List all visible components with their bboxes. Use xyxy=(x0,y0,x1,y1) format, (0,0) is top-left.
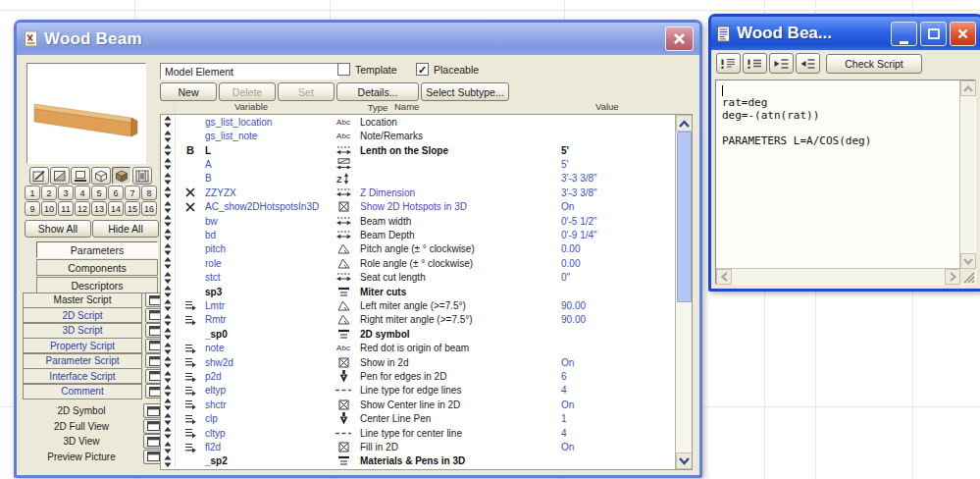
value-number-button[interactable]: 16 xyxy=(141,201,157,216)
tab-parameters[interactable]: Parameters xyxy=(36,241,158,258)
indent-left-icon[interactable] xyxy=(796,53,820,74)
row-drag-handle-icon[interactable] xyxy=(161,426,176,440)
script-button-parameter-script[interactable]: Parameter Script xyxy=(23,353,142,369)
value-number-button[interactable]: 13 xyxy=(91,201,107,216)
row-drag-handle-icon[interactable] xyxy=(161,143,176,157)
value-number-button[interactable]: 14 xyxy=(108,201,124,216)
table-row[interactable]: LmtrLeft miter angle (>=7.5°)90.00 xyxy=(161,298,676,312)
tab-components[interactable]: Components xyxy=(36,259,158,276)
script-button-property-script[interactable]: Property Script xyxy=(23,338,142,353)
row-drag-handle-icon[interactable] xyxy=(161,355,176,369)
table-row[interactable]: BZ3'-3 3/8" xyxy=(161,172,676,186)
table-row[interactable]: ZZYZXZ Dimension3'-3 3/8" xyxy=(161,186,676,199)
template-checkbox[interactable] xyxy=(337,63,350,76)
value-number-button[interactable]: 3 xyxy=(58,186,74,200)
set-button[interactable]: Set xyxy=(278,82,335,101)
table-row[interactable]: bwBeam width0'-5 1/2" xyxy=(161,214,676,228)
row-drag-handle-icon[interactable] xyxy=(161,115,176,129)
front-view-icon[interactable] xyxy=(71,167,90,185)
row-drag-handle-icon[interactable] xyxy=(161,342,176,355)
script-button-comment[interactable]: Comment xyxy=(23,384,142,399)
table-row[interactable]: fl2dFill in 2DOn xyxy=(161,440,676,453)
indent-right-icon[interactable] xyxy=(769,53,794,74)
script-horizontal-scrollbar[interactable] xyxy=(716,268,960,284)
resize-grip[interactable] xyxy=(960,269,975,284)
maximize-icon[interactable] xyxy=(920,22,947,46)
row-drag-handle-icon[interactable] xyxy=(161,298,176,312)
script-vertical-scrollbar[interactable] xyxy=(959,80,975,269)
view-label-preview-picture[interactable]: Preview Picture xyxy=(23,452,140,462)
table-row[interactable]: shw2dShow in 2dOn xyxy=(161,355,676,369)
scroll-up-icon[interactable] xyxy=(960,80,976,96)
close-icon[interactable] xyxy=(665,27,694,51)
scroll-left-icon[interactable] xyxy=(716,269,732,285)
table-scrollbar[interactable] xyxy=(675,115,692,469)
row-drag-handle-icon[interactable] xyxy=(161,214,176,228)
show-all-button[interactable]: Show All xyxy=(25,220,91,238)
script-titlebar[interactable]: Wood Bea... xyxy=(711,17,980,50)
scroll-down-icon[interactable] xyxy=(676,452,693,469)
placeable-checkbox[interactable]: ✓ xyxy=(416,63,429,76)
table-row[interactable]: _sp2Materials & Pens in 3D xyxy=(161,454,676,468)
table-row[interactable]: bdBeam Depth0'-9 1/4" xyxy=(161,228,676,241)
table-row[interactable]: BLLenth on the Slope5' xyxy=(161,143,676,157)
table-row[interactable]: roleRole angle (± ° clockwise)0.00 xyxy=(161,256,676,270)
row-drag-handle-icon[interactable] xyxy=(161,172,176,186)
symbol-2d-icon[interactable] xyxy=(29,167,49,185)
script-code-area[interactable]: rat=degdeg=-(atn(rat)) PARAMETERS L=A/CO… xyxy=(715,80,976,285)
script-button-interface-script[interactable]: Interface Script xyxy=(23,368,142,384)
new-button[interactable]: New xyxy=(160,82,217,101)
view-label-2d-symbol[interactable]: 2D Symbol xyxy=(23,405,140,416)
view-label-3d-view[interactable]: 3D View xyxy=(23,436,140,447)
value-number-button[interactable]: 9 xyxy=(25,201,40,216)
value-number-button[interactable]: 10 xyxy=(41,201,57,216)
script-code-text[interactable]: rat=degdeg=-(atn(rat)) PARAMETERS L=A/CO… xyxy=(716,80,960,269)
table-row[interactable]: clpCenter Line Pen1 xyxy=(161,412,676,426)
table-row[interactable]: RmtrRight miter angle (>=7.5°)90.00 xyxy=(161,313,676,327)
table-row[interactable]: p2dPen for edges in 2D6 xyxy=(161,369,676,383)
close-icon[interactable] xyxy=(950,22,976,46)
row-drag-handle-icon[interactable] xyxy=(161,454,176,468)
check-all-scripts-icon[interactable] xyxy=(716,53,741,74)
table-row[interactable]: pitchPitch angle (± ° clockwise)0.00 xyxy=(161,242,676,256)
row-drag-handle-icon[interactable] xyxy=(161,157,176,171)
row-drag-handle-icon[interactable] xyxy=(161,228,176,241)
value-number-button[interactable]: 4 xyxy=(75,186,90,200)
row-drag-handle-icon[interactable] xyxy=(161,440,176,453)
table-row[interactable]: gs_list_noteAbcNote/Remarks xyxy=(161,129,676,142)
row-drag-handle-icon[interactable] xyxy=(161,412,176,426)
value-number-button[interactable]: 6 xyxy=(108,186,124,200)
table-row[interactable]: sp3Miter cuts xyxy=(161,285,676,298)
row-drag-handle-icon[interactable] xyxy=(161,199,176,213)
wireframe-3d-icon[interactable] xyxy=(91,167,111,185)
row-drag-handle-icon[interactable] xyxy=(161,398,176,411)
scrollbar-thumb[interactable] xyxy=(677,132,692,302)
main-titlebar[interactable]: Wood Beam xyxy=(17,23,699,55)
scroll-right-icon[interactable] xyxy=(945,269,960,285)
row-drag-handle-icon[interactable] xyxy=(161,384,176,398)
row-drag-handle-icon[interactable] xyxy=(161,242,176,256)
value-number-button[interactable]: 11 xyxy=(58,201,74,216)
script-button-3d-script[interactable]: 3D Script xyxy=(23,323,142,339)
view-label-2d-full-view[interactable]: 2D Full View xyxy=(23,421,140,432)
check-current-script-icon[interactable] xyxy=(743,53,767,74)
row-drag-handle-icon[interactable] xyxy=(161,129,176,142)
value-number-button[interactable]: 12 xyxy=(75,201,90,216)
table-row[interactable]: _sp02D symbol xyxy=(161,327,676,341)
scroll-down-icon[interactable] xyxy=(960,253,976,269)
value-number-button[interactable]: 1 xyxy=(25,186,40,200)
row-drag-handle-icon[interactable] xyxy=(161,256,176,270)
preview-picture-icon[interactable] xyxy=(132,167,152,185)
value-number-button[interactable]: 7 xyxy=(125,186,140,200)
scroll-up-icon[interactable] xyxy=(676,115,693,132)
table-row[interactable]: shctrShow Center line in 2DOn xyxy=(161,398,676,411)
table-row[interactable]: gs_list_locationAbcLocation xyxy=(161,115,676,129)
table-row[interactable]: stctSeat cut length0" xyxy=(161,270,676,284)
row-drag-handle-icon[interactable] xyxy=(161,327,176,341)
row-drag-handle-icon[interactable] xyxy=(161,285,176,298)
shaded-3d-icon[interactable] xyxy=(112,167,131,185)
table-row[interactable]: cltypLine type for center line4 xyxy=(161,426,676,440)
script-button-master-script[interactable]: Master Script xyxy=(23,293,142,308)
table-row[interactable]: noteAbcRed dot is origin of beam xyxy=(161,342,676,355)
row-drag-handle-icon[interactable] xyxy=(161,369,176,383)
